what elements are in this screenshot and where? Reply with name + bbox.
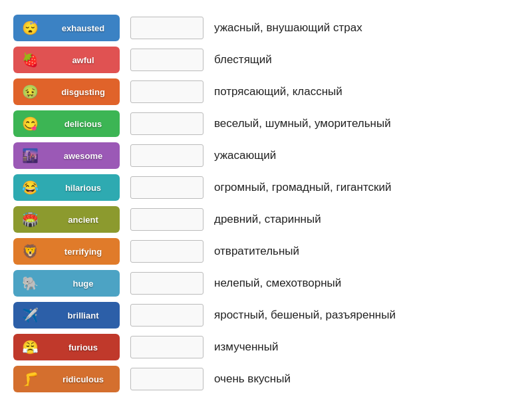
tile-label-terrifying: terrifying — [47, 245, 120, 258]
match-row: 🦁terrifyingотвратительный — [13, 237, 519, 266]
definition-brilliant: яростный, бешеный, разъяренный — [214, 309, 519, 322]
answer-box-huge[interactable] — [130, 272, 203, 295]
tile-label-furious: furious — [47, 341, 120, 354]
tile-label-hilarious: hilarious — [47, 182, 120, 194]
answer-box-furious[interactable] — [130, 336, 203, 358]
tile-label-brilliant: brilliant — [47, 309, 120, 322]
definition-ridiculous: очень вкусный — [214, 372, 519, 386]
definition-delicious: веселый, шумный, уморительный — [214, 117, 519, 130]
word-tile-huge[interactable]: 🐘huge — [13, 270, 120, 297]
word-tile-brilliant[interactable]: ✈️brilliant — [13, 302, 120, 329]
match-row: 🐘hugeнелепый, смехотворный — [13, 269, 519, 298]
tile-label-awful: awful — [47, 54, 120, 66]
answer-box-terrifying[interactable] — [130, 240, 203, 263]
match-row: 🏟️ancientдревний, старинный — [13, 205, 519, 234]
definition-hilarious: огромный, громадный, гигантский — [214, 181, 519, 194]
answer-box-delicious[interactable] — [130, 112, 203, 135]
word-tile-disgusting[interactable]: 🤢disgusting — [13, 78, 120, 105]
answer-box-ridiculous[interactable] — [130, 368, 203, 390]
word-tile-ridiculous[interactable]: 🦵ridiculous — [13, 366, 120, 392]
word-tile-awful[interactable]: 🍓awful — [13, 47, 120, 73]
match-row: 😂hilariousогромный, громадный, гигантски… — [13, 173, 519, 202]
match-row: 🍓awfulблестящий — [13, 45, 519, 74]
answer-box-hilarious[interactable] — [130, 176, 203, 199]
definition-terrifying: отвратительный — [214, 245, 519, 258]
answer-box-exhausted[interactable] — [130, 17, 203, 39]
definition-awesome: ужасающий — [214, 149, 519, 162]
word-tile-exhausted[interactable]: 😴exhausted — [13, 15, 120, 41]
definition-exhausted: ужасный, внушающий страх — [214, 21, 519, 35]
match-row: 🌆awesomeужасающий — [13, 141, 519, 170]
word-tile-furious[interactable]: 😤furious — [13, 334, 120, 360]
word-tile-terrifying[interactable]: 🦁terrifying — [13, 238, 120, 265]
tile-label-ancient: ancient — [47, 213, 120, 226]
word-tile-awesome[interactable]: 🌆awesome — [13, 142, 120, 169]
match-row: 🤢disgustingпотрясающий, классный — [13, 77, 519, 106]
tile-image-ancient: 🏟️ — [13, 206, 47, 233]
definition-disgusting: потрясающий, классный — [214, 85, 519, 98]
tile-image-terrifying: 🦁 — [13, 238, 47, 265]
tile-image-awesome: 🌆 — [13, 142, 47, 169]
tile-image-disgusting: 🤢 — [13, 78, 47, 105]
tile-label-huge: huge — [47, 277, 120, 290]
match-row: ✈️brilliantяростный, бешеный, разъяренны… — [13, 301, 519, 330]
definition-awful: блестящий — [214, 53, 519, 66]
tile-image-ridiculous: 🦵 — [13, 366, 47, 392]
match-container: 😴exhaustedужасный, внушающий страх🍓awful… — [7, 7, 525, 399]
tile-image-awful: 🍓 — [13, 47, 47, 73]
definition-ancient: древний, старинный — [214, 213, 519, 226]
word-tile-ancient[interactable]: 🏟️ancient — [13, 206, 120, 233]
tile-image-brilliant: ✈️ — [13, 302, 47, 329]
tile-image-hilarious: 😂 — [13, 174, 47, 201]
tile-label-disgusting: disgusting — [47, 86, 120, 98]
word-tile-delicious[interactable]: 😋delicious — [13, 110, 120, 137]
definition-furious: измученный — [214, 340, 519, 354]
tile-label-delicious: delicious — [47, 118, 120, 130]
match-row: 😤furiousизмученный — [13, 332, 519, 362]
match-row: 🦵ridiculousочень вкусный — [13, 364, 519, 394]
tile-image-huge: 🐘 — [13, 270, 47, 297]
answer-box-disgusting[interactable] — [130, 80, 203, 103]
match-row: 😴exhaustedужасный, внушающий страх — [13, 13, 519, 43]
tile-image-furious: 😤 — [13, 334, 47, 360]
definition-huge: нелепый, смехотворный — [214, 277, 519, 290]
tile-label-ridiculous: ridiculous — [47, 373, 120, 386]
tile-label-exhausted: exhausted — [47, 22, 120, 35]
answer-box-brilliant[interactable] — [130, 304, 203, 327]
answer-box-ancient[interactable] — [130, 208, 203, 231]
tile-image-delicious: 😋 — [13, 110, 47, 137]
match-row: 😋deliciousвеселый, шумный, уморительный — [13, 109, 519, 138]
answer-box-awful[interactable] — [130, 49, 203, 71]
answer-box-awesome[interactable] — [130, 144, 203, 167]
tile-label-awesome: awesome — [47, 150, 120, 162]
word-tile-hilarious[interactable]: 😂hilarious — [13, 174, 120, 201]
tile-image-exhausted: 😴 — [13, 15, 47, 41]
